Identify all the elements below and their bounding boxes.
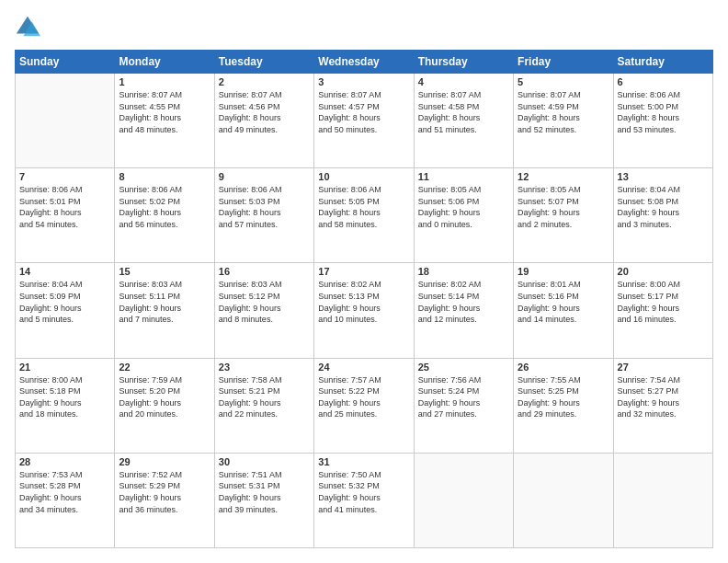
- calendar-cell: [514, 453, 613, 547]
- calendar-cell: 28Sunrise: 7:53 AM Sunset: 5:28 PM Dayli…: [16, 453, 115, 547]
- calendar-cell: 5Sunrise: 8:07 AM Sunset: 4:59 PM Daylig…: [514, 74, 613, 168]
- day-info: Sunrise: 8:07 AM Sunset: 4:57 PM Dayligh…: [318, 89, 409, 135]
- calendar-cell: 18Sunrise: 8:02 AM Sunset: 5:14 PM Dayli…: [414, 263, 513, 358]
- day-number: 24: [318, 362, 409, 373]
- day-info: Sunrise: 8:05 AM Sunset: 5:06 PM Dayligh…: [418, 184, 509, 230]
- calendar-cell: [414, 453, 513, 547]
- calendar-cell: 8Sunrise: 8:06 AM Sunset: 5:02 PM Daylig…: [115, 168, 214, 263]
- day-info: Sunrise: 8:04 AM Sunset: 5:09 PM Dayligh…: [19, 279, 110, 325]
- day-number: 15: [119, 266, 210, 277]
- day-info: Sunrise: 8:05 AM Sunset: 5:07 PM Dayligh…: [518, 184, 609, 230]
- day-number: 5: [518, 76, 609, 87]
- calendar-cell: 22Sunrise: 7:59 AM Sunset: 5:20 PM Dayli…: [115, 358, 214, 453]
- calendar-week-row: 28Sunrise: 7:53 AM Sunset: 5:28 PM Dayli…: [16, 453, 713, 547]
- calendar-header-saturday: Saturday: [613, 51, 712, 74]
- calendar-cell: 26Sunrise: 7:55 AM Sunset: 5:25 PM Dayli…: [514, 358, 613, 453]
- day-info: Sunrise: 8:04 AM Sunset: 5:08 PM Dayligh…: [618, 184, 709, 230]
- calendar-cell: 30Sunrise: 7:51 AM Sunset: 5:31 PM Dayli…: [214, 453, 313, 547]
- calendar-cell: 2Sunrise: 8:07 AM Sunset: 4:56 PM Daylig…: [214, 74, 313, 168]
- day-number: 2: [219, 76, 310, 87]
- day-info: Sunrise: 8:00 AM Sunset: 5:18 PM Dayligh…: [19, 374, 110, 420]
- calendar-cell: 12Sunrise: 8:05 AM Sunset: 5:07 PM Dayli…: [514, 168, 613, 263]
- day-info: Sunrise: 8:07 AM Sunset: 4:59 PM Dayligh…: [518, 89, 609, 135]
- calendar-header-wednesday: Wednesday: [314, 51, 414, 74]
- day-info: Sunrise: 7:51 AM Sunset: 5:31 PM Dayligh…: [219, 469, 310, 515]
- day-info: Sunrise: 8:06 AM Sunset: 5:03 PM Dayligh…: [219, 184, 310, 230]
- calendar-cell: 15Sunrise: 8:03 AM Sunset: 5:11 PM Dayli…: [115, 263, 214, 358]
- calendar-cell: 17Sunrise: 8:02 AM Sunset: 5:13 PM Dayli…: [314, 263, 414, 358]
- calendar-week-row: 1Sunrise: 8:07 AM Sunset: 4:55 PM Daylig…: [16, 74, 713, 168]
- day-info: Sunrise: 7:57 AM Sunset: 5:22 PM Dayligh…: [318, 374, 409, 420]
- calendar-cell: 21Sunrise: 8:00 AM Sunset: 5:18 PM Dayli…: [16, 358, 115, 453]
- day-number: 25: [418, 362, 509, 373]
- day-number: 29: [119, 456, 210, 467]
- calendar-header-friday: Friday: [514, 51, 613, 74]
- day-info: Sunrise: 7:53 AM Sunset: 5:28 PM Dayligh…: [19, 469, 110, 515]
- day-number: 10: [318, 171, 409, 182]
- calendar-cell: 4Sunrise: 8:07 AM Sunset: 4:58 PM Daylig…: [414, 74, 513, 168]
- day-number: 23: [219, 362, 310, 373]
- calendar-cell: 6Sunrise: 8:06 AM Sunset: 5:00 PM Daylig…: [613, 74, 712, 168]
- calendar-cell: 14Sunrise: 8:04 AM Sunset: 5:09 PM Dayli…: [16, 263, 115, 358]
- day-info: Sunrise: 8:06 AM Sunset: 5:00 PM Dayligh…: [618, 89, 709, 135]
- calendar-cell: 23Sunrise: 7:58 AM Sunset: 5:21 PM Dayli…: [214, 358, 313, 453]
- calendar-header-tuesday: Tuesday: [214, 51, 313, 74]
- day-info: Sunrise: 8:03 AM Sunset: 5:11 PM Dayligh…: [119, 279, 210, 325]
- header: [15, 15, 713, 40]
- calendar-week-row: 21Sunrise: 8:00 AM Sunset: 5:18 PM Dayli…: [16, 358, 713, 453]
- day-number: 11: [418, 171, 509, 182]
- day-info: Sunrise: 8:03 AM Sunset: 5:12 PM Dayligh…: [219, 279, 310, 325]
- calendar-cell: 29Sunrise: 7:52 AM Sunset: 5:29 PM Dayli…: [115, 453, 214, 547]
- calendar-cell: 25Sunrise: 7:56 AM Sunset: 5:24 PM Dayli…: [414, 358, 513, 453]
- logo: [15, 15, 44, 40]
- day-number: 28: [19, 456, 110, 467]
- day-info: Sunrise: 8:07 AM Sunset: 4:55 PM Dayligh…: [119, 89, 210, 135]
- page: SundayMondayTuesdayWednesdayThursdayFrid…: [0, 0, 728, 563]
- day-info: Sunrise: 7:52 AM Sunset: 5:29 PM Dayligh…: [119, 469, 210, 515]
- calendar-cell: 16Sunrise: 8:03 AM Sunset: 5:12 PM Dayli…: [214, 263, 313, 358]
- calendar-cell: 19Sunrise: 8:01 AM Sunset: 5:16 PM Dayli…: [514, 263, 613, 358]
- day-info: Sunrise: 7:55 AM Sunset: 5:25 PM Dayligh…: [518, 374, 609, 420]
- day-info: Sunrise: 8:02 AM Sunset: 5:13 PM Dayligh…: [318, 279, 409, 325]
- day-info: Sunrise: 7:50 AM Sunset: 5:32 PM Dayligh…: [318, 469, 409, 515]
- calendar-cell: [16, 74, 115, 168]
- calendar-cell: 9Sunrise: 8:06 AM Sunset: 5:03 PM Daylig…: [214, 168, 313, 263]
- calendar-cell: 3Sunrise: 8:07 AM Sunset: 4:57 PM Daylig…: [314, 74, 414, 168]
- calendar-cell: 10Sunrise: 8:06 AM Sunset: 5:05 PM Dayli…: [314, 168, 414, 263]
- day-info: Sunrise: 7:58 AM Sunset: 5:21 PM Dayligh…: [219, 374, 310, 420]
- calendar-cell: 27Sunrise: 7:54 AM Sunset: 5:27 PM Dayli…: [613, 358, 712, 453]
- calendar-cell: 31Sunrise: 7:50 AM Sunset: 5:32 PM Dayli…: [314, 453, 414, 547]
- day-number: 7: [19, 171, 110, 182]
- day-info: Sunrise: 8:01 AM Sunset: 5:16 PM Dayligh…: [518, 279, 609, 325]
- day-number: 30: [219, 456, 310, 467]
- day-number: 19: [518, 266, 609, 277]
- calendar-cell: [613, 453, 712, 547]
- day-number: 1: [119, 76, 210, 87]
- day-number: 9: [219, 171, 310, 182]
- day-number: 12: [518, 171, 609, 182]
- day-number: 14: [19, 266, 110, 277]
- day-number: 26: [518, 362, 609, 373]
- day-number: 20: [618, 266, 709, 277]
- calendar-table: SundayMondayTuesdayWednesdayThursdayFrid…: [15, 50, 713, 548]
- calendar-cell: 1Sunrise: 8:07 AM Sunset: 4:55 PM Daylig…: [115, 74, 214, 168]
- day-number: 18: [418, 266, 509, 277]
- day-number: 27: [618, 362, 709, 373]
- day-number: 31: [318, 456, 409, 467]
- day-number: 13: [618, 171, 709, 182]
- calendar-cell: 13Sunrise: 8:04 AM Sunset: 5:08 PM Dayli…: [613, 168, 712, 263]
- day-number: 8: [119, 171, 210, 182]
- day-number: 6: [618, 76, 709, 87]
- calendar-week-row: 14Sunrise: 8:04 AM Sunset: 5:09 PM Dayli…: [16, 263, 713, 358]
- day-info: Sunrise: 7:59 AM Sunset: 5:20 PM Dayligh…: [119, 374, 210, 420]
- day-info: Sunrise: 8:02 AM Sunset: 5:14 PM Dayligh…: [418, 279, 509, 325]
- day-number: 22: [119, 362, 210, 373]
- day-info: Sunrise: 8:00 AM Sunset: 5:17 PM Dayligh…: [618, 279, 709, 325]
- day-info: Sunrise: 7:56 AM Sunset: 5:24 PM Dayligh…: [418, 374, 509, 420]
- day-info: Sunrise: 8:07 AM Sunset: 4:56 PM Dayligh…: [219, 89, 310, 135]
- calendar-week-row: 7Sunrise: 8:06 AM Sunset: 5:01 PM Daylig…: [16, 168, 713, 263]
- day-number: 16: [219, 266, 310, 277]
- calendar-header-sunday: Sunday: [16, 51, 115, 74]
- calendar-cell: 7Sunrise: 8:06 AM Sunset: 5:01 PM Daylig…: [16, 168, 115, 263]
- day-number: 3: [318, 76, 409, 87]
